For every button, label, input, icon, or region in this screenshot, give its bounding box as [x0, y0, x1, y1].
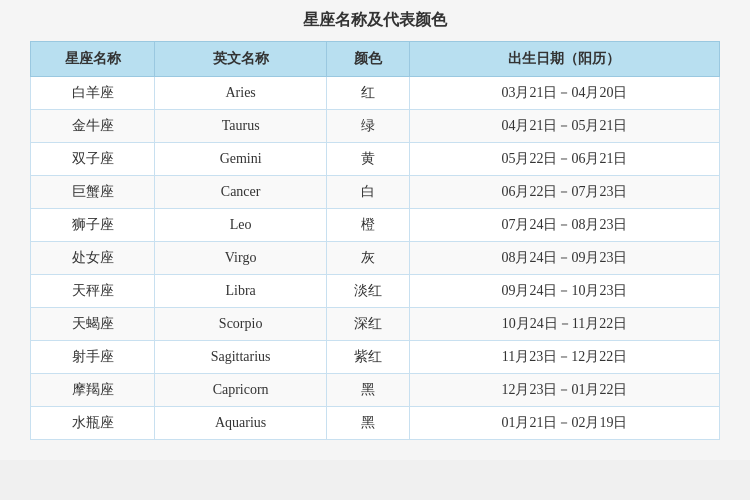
cell-cn-name: 处女座	[31, 242, 155, 275]
cell-cn-name: 巨蟹座	[31, 176, 155, 209]
table-row: 金牛座Taurus绿04月21日－05月21日	[31, 110, 720, 143]
cell-color: 橙	[327, 209, 410, 242]
cell-en-name: Leo	[155, 209, 327, 242]
header-cn-name: 星座名称	[31, 42, 155, 77]
cell-date: 07月24日－08月23日	[409, 209, 719, 242]
cell-en-name: Cancer	[155, 176, 327, 209]
cell-en-name: Aquarius	[155, 407, 327, 440]
header-birth-date: 出生日期（阳历）	[409, 42, 719, 77]
cell-date: 05月22日－06月21日	[409, 143, 719, 176]
page-container: 星座名称及代表颜色 星座名称 英文名称 颜色 出生日期（阳历） 白羊座Aries…	[0, 0, 750, 460]
table-row: 天秤座Libra淡红09月24日－10月23日	[31, 275, 720, 308]
table-row: 天蝎座Scorpio深红10月24日－11月22日	[31, 308, 720, 341]
cell-en-name: Aries	[155, 77, 327, 110]
cell-date: 03月21日－04月20日	[409, 77, 719, 110]
page-title: 星座名称及代表颜色	[30, 10, 720, 31]
cell-cn-name: 水瓶座	[31, 407, 155, 440]
cell-date: 10月24日－11月22日	[409, 308, 719, 341]
cell-date: 09月24日－10月23日	[409, 275, 719, 308]
cell-cn-name: 射手座	[31, 341, 155, 374]
header-en-name: 英文名称	[155, 42, 327, 77]
cell-cn-name: 天秤座	[31, 275, 155, 308]
table-row: 巨蟹座Cancer白06月22日－07月23日	[31, 176, 720, 209]
zodiac-table: 星座名称 英文名称 颜色 出生日期（阳历） 白羊座Aries红03月21日－04…	[30, 41, 720, 440]
cell-cn-name: 白羊座	[31, 77, 155, 110]
cell-en-name: Capricorn	[155, 374, 327, 407]
cell-date: 12月23日－01月22日	[409, 374, 719, 407]
cell-cn-name: 金牛座	[31, 110, 155, 143]
cell-color: 灰	[327, 242, 410, 275]
cell-en-name: Virgo	[155, 242, 327, 275]
table-row: 白羊座Aries红03月21日－04月20日	[31, 77, 720, 110]
header-color: 颜色	[327, 42, 410, 77]
table-row: 处女座Virgo灰08月24日－09月23日	[31, 242, 720, 275]
cell-color: 白	[327, 176, 410, 209]
cell-en-name: Taurus	[155, 110, 327, 143]
cell-cn-name: 双子座	[31, 143, 155, 176]
cell-date: 04月21日－05月21日	[409, 110, 719, 143]
cell-color: 绿	[327, 110, 410, 143]
cell-date: 08月24日－09月23日	[409, 242, 719, 275]
cell-color: 红	[327, 77, 410, 110]
cell-color: 紫红	[327, 341, 410, 374]
cell-color: 淡红	[327, 275, 410, 308]
table-row: 射手座Sagittarius紫红11月23日－12月22日	[31, 341, 720, 374]
table-row: 水瓶座Aquarius黑01月21日－02月19日	[31, 407, 720, 440]
cell-cn-name: 摩羯座	[31, 374, 155, 407]
cell-color: 黄	[327, 143, 410, 176]
cell-color: 深红	[327, 308, 410, 341]
cell-color: 黑	[327, 407, 410, 440]
cell-date: 11月23日－12月22日	[409, 341, 719, 374]
cell-en-name: Sagittarius	[155, 341, 327, 374]
table-row: 双子座Gemini黄05月22日－06月21日	[31, 143, 720, 176]
cell-cn-name: 狮子座	[31, 209, 155, 242]
cell-date: 01月21日－02月19日	[409, 407, 719, 440]
cell-color: 黑	[327, 374, 410, 407]
cell-date: 06月22日－07月23日	[409, 176, 719, 209]
cell-en-name: Gemini	[155, 143, 327, 176]
cell-en-name: Scorpio	[155, 308, 327, 341]
cell-en-name: Libra	[155, 275, 327, 308]
table-row: 狮子座Leo橙07月24日－08月23日	[31, 209, 720, 242]
table-row: 摩羯座Capricorn黑12月23日－01月22日	[31, 374, 720, 407]
cell-cn-name: 天蝎座	[31, 308, 155, 341]
table-header-row: 星座名称 英文名称 颜色 出生日期（阳历）	[31, 42, 720, 77]
